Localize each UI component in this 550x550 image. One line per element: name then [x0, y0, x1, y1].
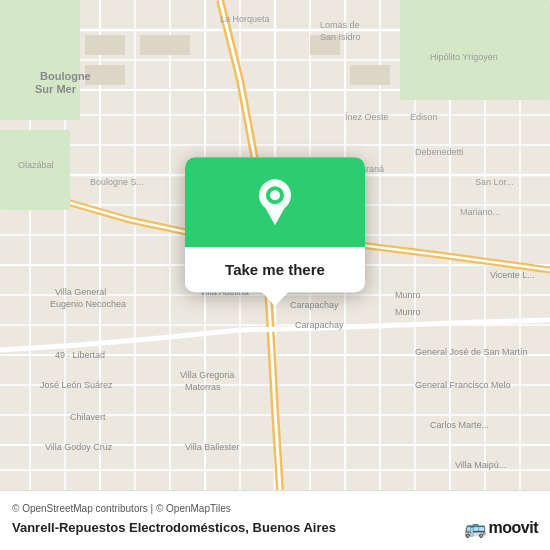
svg-text:Edison: Edison — [410, 112, 438, 122]
location-pin-icon — [255, 177, 295, 227]
svg-text:General José de San Martín: General José de San Martín — [415, 347, 528, 357]
svg-text:Carapachay: Carapachay — [295, 320, 344, 330]
svg-text:Hipólito Yrigoyen: Hipólito Yrigoyen — [430, 52, 498, 62]
map-attribution: © OpenStreetMap contributors | © OpenMap… — [12, 503, 538, 514]
svg-text:Olazábal: Olazábal — [18, 160, 54, 170]
popup-header — [185, 157, 365, 247]
svg-text:Villa General: Villa General — [55, 287, 106, 297]
svg-rect-34 — [400, 0, 550, 100]
popup-card: Take me there — [185, 157, 365, 292]
svg-text:Matorras: Matorras — [185, 382, 221, 392]
svg-text:Villa Godoy Cruz: Villa Godoy Cruz — [45, 442, 113, 452]
location-name: Vanrell-Repuestos Electrodomésticos, Bue… — [12, 520, 336, 535]
svg-text:Villa Maipú...: Villa Maipú... — [455, 460, 506, 470]
svg-text:Boulogne: Boulogne — [40, 70, 91, 82]
svg-text:Chilavert: Chilavert — [70, 412, 106, 422]
svg-text:San Lor...: San Lor... — [475, 177, 514, 187]
bus-emoji: 🚌 — [464, 517, 486, 539]
svg-text:Carapachay: Carapachay — [290, 300, 339, 310]
svg-rect-32 — [0, 0, 80, 120]
svg-text:49 · Libertad: 49 · Libertad — [55, 350, 105, 360]
svg-rect-33 — [0, 130, 70, 210]
moovit-logo: 🚌 moovit — [464, 517, 538, 539]
popup-arrow — [261, 291, 289, 306]
svg-text:Villa Gregoria: Villa Gregoria — [180, 370, 234, 380]
svg-text:Carlos Marte...: Carlos Marte... — [430, 420, 489, 430]
svg-text:Ínez Oeste: Ínez Oeste — [345, 112, 389, 122]
take-me-there-button[interactable]: Take me there — [185, 247, 365, 292]
svg-rect-37 — [140, 35, 190, 55]
svg-rect-35 — [85, 35, 125, 55]
svg-text:Villa Ballester: Villa Ballester — [185, 442, 239, 452]
svg-marker-75 — [265, 207, 285, 225]
map-view[interactable]: Boulogne Sur Mer La Horqueta Lomas de Sa… — [0, 0, 550, 490]
svg-rect-39 — [350, 65, 390, 85]
svg-text:Boulogne S...: Boulogne S... — [90, 177, 144, 187]
svg-text:Sur Mer: Sur Mer — [35, 83, 77, 95]
svg-text:Munro: Munro — [395, 307, 421, 317]
moovit-text: moovit — [489, 519, 538, 537]
svg-text:General Francisco Melo: General Francisco Melo — [415, 380, 511, 390]
svg-text:San Isidro: San Isidro — [320, 32, 361, 42]
svg-text:La Horqueta: La Horqueta — [220, 14, 270, 24]
svg-text:Lomas de: Lomas de — [320, 20, 360, 30]
bottom-bar: © OpenStreetMap contributors | © OpenMap… — [0, 490, 550, 550]
svg-rect-36 — [85, 65, 125, 85]
svg-text:Vicente L...: Vicente L... — [490, 270, 535, 280]
svg-text:Mariano...: Mariano... — [460, 207, 500, 217]
svg-text:Eugenio Necochea: Eugenio Necochea — [50, 299, 126, 309]
svg-text:José León Suárez: José León Suárez — [40, 380, 113, 390]
svg-point-76 — [270, 190, 280, 200]
svg-text:Munro: Munro — [395, 290, 421, 300]
svg-text:Debenedetti: Debenedetti — [415, 147, 464, 157]
